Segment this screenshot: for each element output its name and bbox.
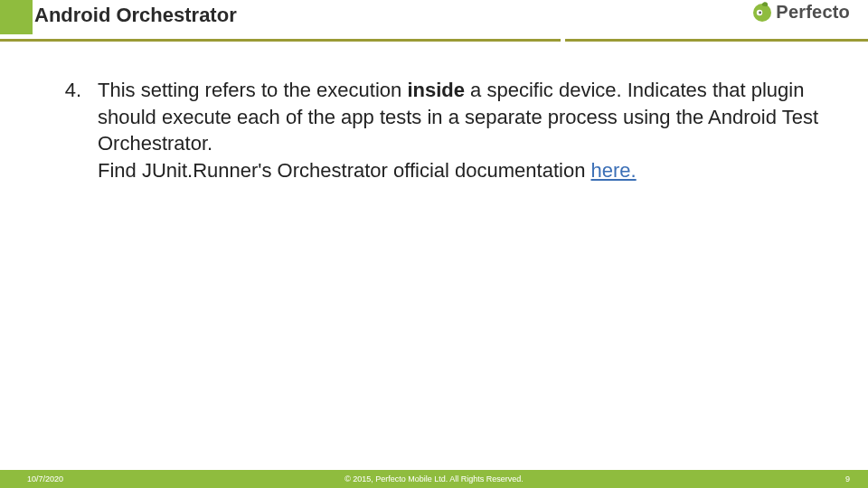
svg-point-2 [760, 12, 762, 14]
text-segment: This setting refers to the execution [98, 79, 407, 101]
perfecto-icon [750, 0, 774, 23]
title-accent-block [0, 0, 33, 34]
brand-name: Perfecto [776, 2, 850, 23]
text-bold: inside [407, 79, 465, 101]
list-item-number: 4. [54, 77, 81, 184]
footer-copyright: © 2015, Perfecto Mobile Ltd. All Rights … [344, 474, 524, 483]
footer-date: 10/7/2020 [27, 474, 63, 483]
header-rule-left [0, 39, 561, 42]
slide-footer: 10/7/2020 © 2015, Perfecto Mobile Ltd. A… [0, 470, 868, 488]
documentation-link[interactable]: here. [591, 159, 637, 182]
brand-logo: Perfecto [750, 0, 850, 23]
slide-title: Android Orchestrator [34, 4, 237, 27]
list-item-text: This setting refers to the execution ins… [98, 77, 839, 184]
footer-page-number: 9 [845, 474, 850, 483]
header-rule-right [565, 39, 868, 42]
list-item: 4. This setting refers to the execution … [54, 77, 841, 184]
slide-header: Android Orchestrator Perfecto [0, 0, 868, 43]
text-segment: Find JUnit.Runner's Orchestrator officia… [98, 159, 591, 182]
slide: Android Orchestrator Perfecto 4. This se… [0, 0, 868, 488]
numbered-list: 4. This setting refers to the execution … [54, 77, 841, 184]
slide-body: 4. This setting refers to the execution … [0, 77, 868, 461]
